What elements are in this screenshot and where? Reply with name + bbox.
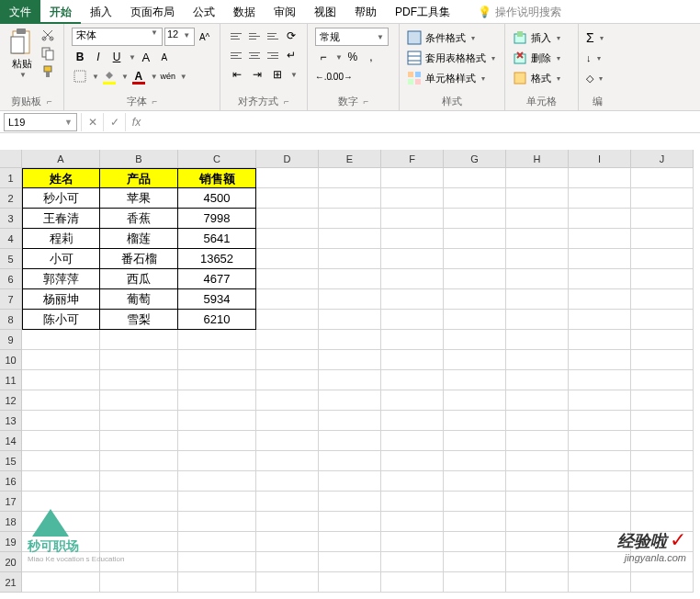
percent-button[interactable]: % — [344, 49, 361, 65]
column-header[interactable]: I — [569, 150, 631, 168]
cell[interactable] — [444, 289, 506, 310]
row-header[interactable]: 11 — [0, 370, 22, 390]
cell[interactable] — [631, 350, 694, 370]
cell[interactable] — [256, 552, 319, 572]
column-header[interactable]: D — [256, 150, 319, 168]
cell[interactable] — [444, 310, 506, 330]
cell[interactable] — [319, 512, 381, 532]
align-center-button[interactable] — [246, 47, 263, 63]
autosum-button[interactable]: Σ ▾ — [586, 28, 608, 48]
cell[interactable] — [381, 209, 444, 229]
cell[interactable] — [178, 532, 256, 552]
cell[interactable] — [444, 229, 506, 249]
cell[interactable]: 13652 — [178, 249, 256, 269]
cell[interactable] — [506, 289, 569, 310]
column-header[interactable]: G — [444, 150, 506, 168]
cell[interactable] — [444, 209, 506, 229]
copy-button[interactable] — [40, 46, 55, 61]
insert-cells-button[interactable]: 插入 ▾ — [513, 28, 570, 48]
column-header[interactable]: E — [319, 150, 381, 168]
cell[interactable] — [569, 471, 631, 492]
tell-me-search[interactable]: 💡 操作说明搜索 — [469, 0, 570, 24]
row-header[interactable]: 18 — [0, 512, 22, 532]
bold-button[interactable]: B — [72, 49, 88, 65]
cell[interactable] — [178, 411, 256, 431]
cell[interactable] — [569, 390, 631, 411]
enter-formula-button[interactable]: ✓ — [103, 113, 125, 131]
cell[interactable] — [506, 168, 569, 188]
column-header[interactable]: H — [506, 150, 569, 168]
menu-pdf-tools[interactable]: PDF工具集 — [386, 0, 459, 24]
cell[interactable] — [100, 330, 178, 350]
row-header[interactable]: 10 — [0, 350, 22, 370]
cell[interactable] — [381, 471, 444, 492]
cell[interactable] — [444, 451, 506, 471]
cell[interactable] — [178, 330, 256, 350]
cell[interactable] — [506, 431, 569, 451]
cell[interactable] — [569, 289, 631, 310]
cell[interactable] — [256, 188, 319, 209]
wrap-text-button[interactable]: ↵ — [283, 47, 299, 63]
cell[interactable] — [256, 289, 319, 310]
cell[interactable] — [381, 492, 444, 512]
fx-button[interactable]: fx — [125, 113, 147, 131]
row-header[interactable]: 4 — [0, 229, 22, 249]
cell[interactable] — [381, 249, 444, 269]
increase-decimal-button[interactable]: ←.0 — [315, 68, 332, 85]
align-middle-button[interactable] — [246, 28, 263, 44]
cell[interactable] — [381, 370, 444, 390]
cell[interactable] — [381, 390, 444, 411]
row-header[interactable]: 2 — [0, 188, 22, 209]
cell-styles-button[interactable]: 单元格样式 ▾ — [407, 68, 497, 88]
cell[interactable] — [444, 431, 506, 451]
cell[interactable] — [100, 572, 178, 593]
cell[interactable] — [381, 168, 444, 188]
cell[interactable] — [22, 572, 100, 593]
cell[interactable] — [22, 350, 100, 370]
cell[interactable] — [506, 451, 569, 471]
cell[interactable] — [381, 289, 444, 310]
merge-cells-button[interactable]: ⊞ — [268, 66, 287, 83]
cell[interactable] — [569, 188, 631, 209]
cell[interactable] — [569, 229, 631, 249]
cell[interactable] — [256, 390, 319, 411]
currency-button[interactable]: ⌐ — [315, 49, 332, 65]
formula-input[interactable] — [147, 113, 700, 131]
cell[interactable] — [506, 310, 569, 330]
align-bottom-button[interactable] — [265, 28, 281, 44]
cell[interactable] — [100, 411, 178, 431]
cell[interactable] — [256, 431, 319, 451]
cell[interactable] — [319, 492, 381, 512]
cell[interactable] — [319, 229, 381, 249]
cell[interactable] — [22, 390, 100, 411]
menu-formulas[interactable]: 公式 — [184, 0, 224, 24]
font-name-select[interactable]: 宋体 ▼ — [72, 28, 163, 46]
row-header[interactable]: 13 — [0, 411, 22, 431]
phonetic-button[interactable]: wén — [160, 68, 176, 85]
cell[interactable] — [631, 289, 694, 310]
cell[interactable] — [319, 269, 381, 289]
cell[interactable] — [319, 188, 381, 209]
cell[interactable] — [178, 572, 256, 593]
align-top-button[interactable] — [228, 28, 244, 44]
cell[interactable] — [178, 390, 256, 411]
cell[interactable] — [569, 370, 631, 390]
cell[interactable] — [381, 350, 444, 370]
cell[interactable] — [178, 350, 256, 370]
cell[interactable] — [256, 269, 319, 289]
cell[interactable] — [569, 350, 631, 370]
row-header[interactable]: 15 — [0, 451, 22, 471]
cell[interactable] — [631, 431, 694, 451]
cell[interactable]: 苹果 — [100, 188, 178, 209]
cell[interactable] — [569, 269, 631, 289]
cell[interactable] — [100, 390, 178, 411]
row-header[interactable]: 17 — [0, 492, 22, 512]
chevron-down-icon[interactable]: ▼ — [121, 73, 129, 81]
cell[interactable] — [319, 289, 381, 310]
cell[interactable] — [22, 431, 100, 451]
chevron-down-icon[interactable]: ▼ — [92, 73, 99, 81]
cell[interactable] — [444, 168, 506, 188]
cell[interactable]: 5934 — [178, 289, 256, 310]
menu-insert[interactable]: 插入 — [81, 0, 121, 24]
cell[interactable] — [22, 411, 100, 431]
